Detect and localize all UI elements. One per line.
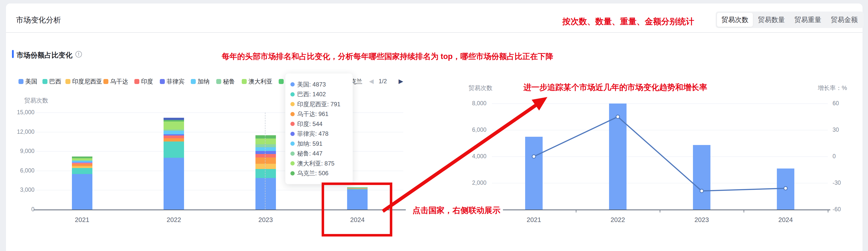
tooltip-series-dot <box>290 171 294 175</box>
stacked-bar-2022-澳大利亚[interactable] <box>163 121 184 130</box>
stacked-bar-2023-澳大利亚[interactable] <box>255 139 276 144</box>
legend-swatch <box>242 79 247 84</box>
legend-item-印度尼西亚[interactable]: 印度尼西亚 <box>65 78 102 85</box>
legend-swatch <box>42 79 48 84</box>
tooltip-series-value: 菲律宾: 478 <box>297 130 329 138</box>
tooltip-series-value: 澳大利亚: 875 <box>297 160 334 167</box>
tooltip-series-dot <box>290 161 294 166</box>
stacked-bar-2022-加纳[interactable] <box>163 131 184 134</box>
tooltip-series-value: 乌克兰: 506 <box>297 169 329 177</box>
tooltip-row-秘鲁: 秘鲁: 447 <box>290 149 348 159</box>
legend-swatch <box>65 79 70 84</box>
stacked-bar-2021-巴西[interactable] <box>72 168 92 174</box>
stacked-bar-2022-美国[interactable] <box>163 158 184 210</box>
right-chart-left-tick-8,000: 8,000 <box>452 100 487 107</box>
left-x-label-2023: 2023 <box>258 216 273 224</box>
stacked-bar-2021-澳大利亚[interactable] <box>72 158 92 161</box>
tooltip-series-dot <box>290 102 294 106</box>
stacked-bar-2022-other[interactable] <box>163 118 184 120</box>
left-y-tick-15,000: 15,000 <box>5 109 34 116</box>
right-x-label-2022: 2022 <box>611 216 625 224</box>
right-gridline-8,000 <box>492 104 828 104</box>
tooltip-series-value: 印度尼西亚: 791 <box>297 100 340 108</box>
right-chart-left-tick-6,000: 6,000 <box>452 127 487 133</box>
tooltip-series-value: 巴西: 1402 <box>297 90 326 98</box>
chart-tooltip: 美国: 4873巴西: 1402印度尼西亚: 791乌干达: 961印度: 54… <box>285 73 353 184</box>
stacked-bar-2023-美国[interactable] <box>255 178 276 210</box>
left-y-tick-0: 0 <box>5 206 34 213</box>
stacked-bar-2023-菲律宾[interactable] <box>255 151 276 154</box>
stacked-bar-2021-美国[interactable] <box>72 174 92 210</box>
stacked-bar-2023-秘鲁[interactable] <box>255 144 276 147</box>
right-axis-tick-mark-1 <box>576 210 576 213</box>
right-chart-y-axis-name: 贸易次数 <box>468 84 492 92</box>
stacked-bar-2022-印度[interactable] <box>163 136 184 138</box>
trade-count-bar-2024[interactable] <box>777 168 794 210</box>
stacked-bar-2021-加纳[interactable] <box>72 161 92 162</box>
left-y-tick-12,000: 12,000 <box>5 129 34 135</box>
tooltip-row-乌干达: 乌干达: 961 <box>290 109 348 119</box>
tooltip-row-巴西: 巴西: 1402 <box>290 89 348 100</box>
stacked-bar-2022-乌克兰[interactable] <box>163 120 184 121</box>
tooltip-series-dot <box>290 112 294 116</box>
right-chart-right-tick-60: 60 <box>833 100 839 107</box>
header-divider <box>6 32 863 33</box>
legend-swatch <box>216 79 221 84</box>
right-chart-left-tick-4,000: 4,000 <box>452 153 487 160</box>
legend-item-菲律宾[interactable]: 菲律宾 <box>160 78 185 85</box>
tab-贸易次数[interactable]: 贸易次数 <box>717 13 753 27</box>
stacked-bar-2022-巴西[interactable] <box>163 141 184 158</box>
legend-item-秘鲁[interactable]: 秘鲁 <box>216 78 235 85</box>
stacked-bar-2021-菲律宾[interactable] <box>72 162 92 163</box>
legend-item-印度[interactable]: 印度 <box>134 78 153 85</box>
right-x-label-2023: 2023 <box>694 216 709 224</box>
page-title: 市场变化分析 <box>16 15 61 25</box>
tooltip-series-dot <box>290 132 294 136</box>
section-title: 市场份额占比变化 <box>17 51 72 60</box>
stacked-bar-2021-印度[interactable] <box>72 163 92 165</box>
stacked-bar-2022-秘鲁[interactable] <box>163 130 184 131</box>
legend-item-美国[interactable]: 美国 <box>19 78 37 85</box>
tooltip-series-value: 美国: 4873 <box>297 81 326 88</box>
left-chart-y-axis-name: 贸易次数 <box>24 96 48 105</box>
right-gridline-6,000 <box>492 130 828 130</box>
tooltip-row-乌克兰: 乌克兰: 506 <box>290 168 348 178</box>
legend-item-巴西[interactable]: 巴西 <box>42 78 61 85</box>
stacked-bar-2023-印度尼西亚[interactable] <box>255 164 276 169</box>
stacked-bar-2021-印度尼西亚[interactable] <box>72 166 92 168</box>
legend-item-加纳[interactable]: 加纳 <box>191 78 210 85</box>
stacked-bar-2023-加纳[interactable] <box>255 147 276 151</box>
tab-贸易金额[interactable]: 贸易金额 <box>826 13 862 27</box>
hover-axis-pointer <box>265 112 266 210</box>
legend-next-button[interactable]: ▶ <box>399 78 403 85</box>
stacked-bar-2021-乌干达[interactable] <box>72 164 92 166</box>
stacked-bar-2023-巴西[interactable] <box>255 169 276 178</box>
legend-swatch <box>134 79 140 84</box>
stacked-bar-2023-乌干达[interactable] <box>255 158 276 164</box>
trade-count-bar-2023[interactable] <box>693 145 710 210</box>
stacked-bar-2023-印度[interactable] <box>255 154 276 158</box>
legend-item-乌干达[interactable]: 乌干达 <box>103 78 128 85</box>
stacked-bar-2022-菲律宾[interactable] <box>163 134 184 136</box>
legend-item-澳大利亚[interactable]: 澳大利亚 <box>242 78 273 85</box>
legend-prev-button[interactable]: ◀ <box>369 78 374 85</box>
legend-swatch <box>19 79 24 84</box>
info-icon[interactable]: ! <box>75 51 82 57</box>
stacked-bar-2022-乌干达[interactable] <box>163 138 184 141</box>
right-chart-left-tick-2,000: 2,000 <box>452 179 487 186</box>
legend-label: 澳大利亚 <box>248 78 273 85</box>
section-accent-bar <box>12 50 14 58</box>
stacked-bar-2023-乌克兰[interactable] <box>255 135 276 139</box>
tab-贸易重量[interactable]: 贸易重量 <box>790 13 826 27</box>
legend-label: 印度尼西亚 <box>72 78 102 85</box>
trade-count-bar-2022[interactable] <box>609 104 626 210</box>
stacked-bar-2021-秘鲁[interactable] <box>72 160 92 161</box>
stacked-bar-2021-乌克兰[interactable] <box>72 157 92 158</box>
annotation-trend-note: 进一步追踪某个市场近几年的市场变化趋势和增长率 <box>521 82 710 93</box>
right-chart-right-tick-0: 0 <box>833 153 836 160</box>
legend-label: 巴西 <box>49 78 61 85</box>
tooltip-row-印度尼西亚: 印度尼西亚: 791 <box>290 99 348 109</box>
trade-count-bar-2021[interactable] <box>525 137 542 210</box>
tab-贸易数量[interactable]: 贸易数量 <box>753 13 789 27</box>
tooltip-row-美国: 美国: 4873 <box>290 80 348 89</box>
